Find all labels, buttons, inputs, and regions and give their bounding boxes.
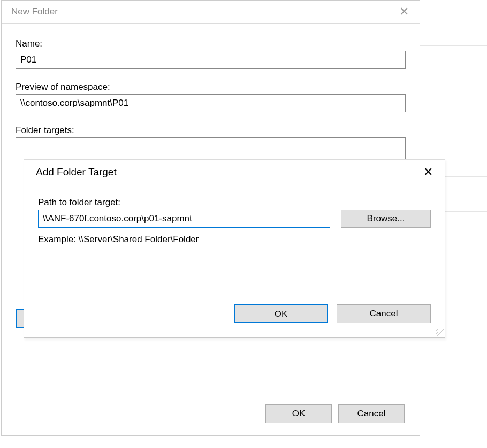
resize-grip-icon[interactable] [436,329,444,336]
add-folder-target-dialog: Add Folder Target ✕ Path to folder targe… [24,159,445,338]
folder-targets-label: Folder targets: [16,125,406,136]
ok-button[interactable]: OK [265,404,332,423]
ok-button[interactable]: OK [234,304,328,323]
cancel-button[interactable]: Cancel [337,304,431,323]
preview-output [16,94,406,112]
bg-row [420,91,487,91]
close-icon[interactable]: ✕ [394,6,414,18]
name-input[interactable] [16,51,406,69]
preview-label: Preview of namespace: [16,82,406,92]
path-input[interactable] [38,210,330,228]
button-row: OK Cancel [2,404,420,423]
bg-row [420,133,487,133]
dialog-body: Path to folder target: Browse... Example… [24,184,445,250]
name-label: Name: [16,38,406,49]
path-label: Path to folder target: [38,197,431,208]
browse-button[interactable]: Browse... [341,210,431,228]
dialog-title: Add Folder Target [36,166,417,178]
dialog-title: New Folder [11,6,394,17]
example-text: Example: \\Server\Shared Folder\Folder [38,234,431,245]
bg-row [420,3,487,3]
button-row: OK Cancel [234,304,431,323]
cancel-button[interactable]: Cancel [338,404,405,423]
bg-row [420,45,487,46]
titlebar[interactable]: Add Folder Target ✕ [24,160,445,184]
path-row: Browse... [38,210,431,228]
close-icon[interactable]: ✕ [417,166,439,178]
titlebar[interactable]: New Folder ✕ [2,1,420,24]
